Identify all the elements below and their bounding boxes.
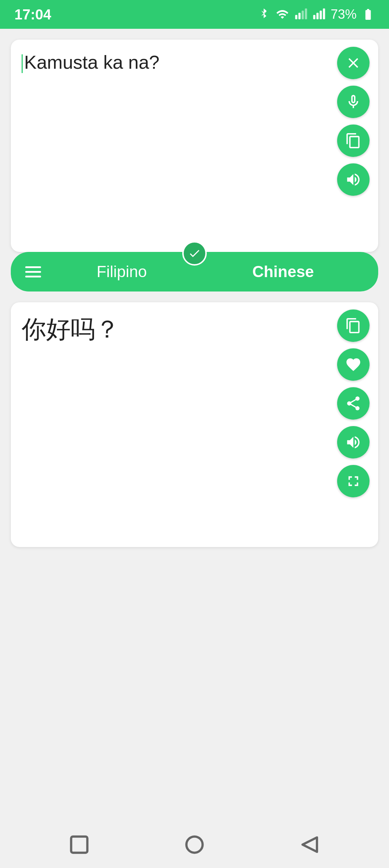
input-card: Kamusta ka na? <box>11 40 378 252</box>
svg-rect-8 <box>71 837 88 853</box>
text-cursor <box>22 54 23 73</box>
status-icons: 73% <box>257 7 375 22</box>
close-button[interactable] <box>337 47 370 79</box>
output-card: 你好吗？ <box>11 302 378 547</box>
signal-icon <box>295 8 308 21</box>
input-text[interactable]: Kamusta ka na? <box>22 50 367 194</box>
output-speaker-icon <box>345 434 362 451</box>
battery-icon <box>362 8 375 21</box>
expand-button[interactable] <box>337 465 370 497</box>
svg-rect-0 <box>295 15 297 19</box>
favorite-button[interactable] <box>337 348 370 381</box>
menu-button[interactable] <box>25 266 41 277</box>
bottom-nav <box>0 821 389 868</box>
triangle-icon <box>299 834 321 855</box>
copy-icon <box>345 132 362 149</box>
main-content: Kamusta ka na? <box>0 29 389 547</box>
battery-text: 73% <box>331 7 357 22</box>
expand-icon <box>345 473 362 489</box>
output-copy-button[interactable] <box>337 309 370 342</box>
output-copy-icon <box>345 317 362 334</box>
language-bar-wrapper: Filipino Chinese <box>11 252 378 291</box>
circle-icon <box>184 834 205 855</box>
target-language[interactable]: Chinese <box>202 263 364 281</box>
recent-apps-button[interactable] <box>65 830 94 859</box>
close-icon <box>345 55 362 71</box>
share-button[interactable] <box>337 387 370 420</box>
heart-icon <box>345 356 362 373</box>
svg-rect-3 <box>305 9 307 19</box>
home-button[interactable] <box>180 830 209 859</box>
svg-rect-4 <box>313 15 315 19</box>
svg-marker-10 <box>303 837 317 852</box>
square-icon <box>68 834 90 855</box>
source-language[interactable]: Filipino <box>41 263 202 281</box>
check-badge <box>182 241 207 266</box>
mic-button[interactable] <box>337 86 370 118</box>
back-button[interactable] <box>295 830 324 859</box>
input-actions <box>337 47 370 196</box>
output-speaker-button[interactable] <box>337 426 370 458</box>
status-bar: 17:04 73% <box>0 0 389 29</box>
svg-rect-1 <box>298 13 300 19</box>
svg-rect-5 <box>316 13 318 19</box>
svg-rect-2 <box>301 11 304 19</box>
status-time: 17:04 <box>14 6 51 23</box>
speaker-button[interactable] <box>337 163 370 196</box>
svg-rect-7 <box>323 9 325 19</box>
output-actions <box>337 309 370 497</box>
speaker-icon <box>345 171 362 188</box>
copy-button[interactable] <box>337 125 370 157</box>
output-text: 你好吗？ <box>22 313 367 345</box>
signal2-icon <box>313 8 326 21</box>
check-icon <box>188 247 201 260</box>
wifi-icon <box>275 8 290 21</box>
svg-point-9 <box>187 837 203 853</box>
svg-rect-6 <box>319 11 322 19</box>
language-bar: Filipino Chinese <box>11 252 378 291</box>
share-icon <box>345 395 362 412</box>
bluetooth-icon <box>257 8 270 21</box>
mic-icon <box>345 94 362 110</box>
